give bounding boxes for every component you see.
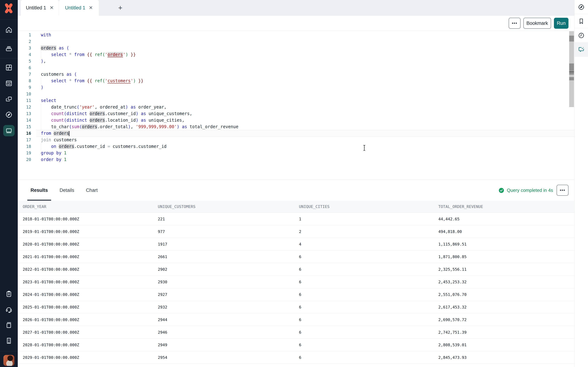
code-line[interactable]: 3orders as ( bbox=[18, 45, 574, 51]
tab-untitled-1-active[interactable]: Untitled 1 ✕ bbox=[21, 0, 59, 16]
query-status: Query completed in 4s bbox=[498, 180, 553, 201]
table-cell: 6 bbox=[299, 343, 438, 347]
code-line[interactable]: 7customers as ( bbox=[18, 71, 574, 78]
table-cell: 2,808,539.01 bbox=[438, 343, 574, 347]
table-cell: 2932 bbox=[158, 305, 299, 309]
table-row: 2018-01-01T00:00:00.000Z221144,442.65 bbox=[18, 213, 574, 225]
table-cell: 1,115,869.51 bbox=[438, 242, 574, 246]
more-options-button[interactable]: ••• bbox=[509, 18, 520, 29]
results-more-button[interactable]: ••• bbox=[557, 185, 569, 196]
tab-results[interactable]: Results bbox=[31, 180, 48, 201]
table-cell: 1,871,800.85 bbox=[438, 255, 574, 259]
sql-editor[interactable]: 1with23orders as (4 select * from {{ ref… bbox=[18, 31, 574, 180]
code-line[interactable]: 8 select * from {{ ref('customers') }} bbox=[18, 78, 574, 84]
code-cell-icon[interactable] bbox=[5, 79, 13, 87]
table-cell: 2927 bbox=[158, 292, 299, 297]
indent-guide bbox=[41, 51, 41, 58]
explore-cell[interactable] bbox=[574, 0, 588, 14]
results-tab-bar: Results Details Chart Query completed in… bbox=[18, 180, 574, 201]
table-cell: 1917 bbox=[158, 242, 299, 246]
code-line[interactable]: 11select bbox=[18, 97, 574, 104]
editor-scrollbar[interactable] bbox=[569, 31, 574, 107]
divider bbox=[0, 19, 18, 20]
code-line[interactable]: 2 bbox=[18, 38, 574, 45]
docs-book-icon[interactable] bbox=[5, 321, 13, 329]
user-avatar[interactable] bbox=[3, 355, 14, 366]
projects-drawer-icon[interactable] bbox=[5, 44, 13, 52]
notebook-terminal-icon bbox=[5, 127, 13, 134]
toolbar: ••• Bookmark Run bbox=[18, 16, 574, 31]
clipboard-icon[interactable] bbox=[5, 290, 13, 298]
table-cell: 2954 bbox=[158, 355, 299, 360]
code-line[interactable]: 16from orders bbox=[18, 130, 574, 137]
tab-details[interactable]: Details bbox=[60, 180, 74, 201]
code-line[interactable]: 1with bbox=[18, 32, 574, 38]
code-lines: 1with23orders as (4 select * from {{ ref… bbox=[18, 31, 574, 163]
code-line[interactable]: 5), bbox=[18, 58, 574, 65]
code-line[interactable]: 18 on orders.customer_id = customers.cus… bbox=[18, 143, 574, 150]
table-row: 2027-01-01T00:00:00.000Z294662,742,751.3… bbox=[18, 326, 574, 339]
divider bbox=[0, 39, 18, 39]
code-line[interactable]: 13 count(distinct orders.customer_id) as… bbox=[18, 110, 574, 117]
home-icon[interactable] bbox=[5, 26, 13, 34]
compass-icon[interactable] bbox=[5, 111, 13, 119]
ai-chat-cell-active[interactable] bbox=[574, 42, 588, 57]
organization-building-icon[interactable] bbox=[5, 337, 13, 345]
code-line[interactable]: 17join customers bbox=[18, 137, 574, 143]
table-cell: 6 bbox=[299, 255, 438, 259]
table-cell: 2949 bbox=[158, 343, 299, 347]
history-cell[interactable] bbox=[574, 28, 588, 42]
table-cell: 6 bbox=[299, 305, 438, 309]
table-row: 2025-01-01T00:00:00.000Z293262,617,453.3… bbox=[18, 301, 574, 313]
code-line[interactable]: 15 to_char(sum(orders.order_total), '999… bbox=[18, 124, 574, 130]
multi-window-icon[interactable] bbox=[5, 95, 13, 103]
table-row: 2023-01-01T00:00:00.000Z293062,453,253.3… bbox=[18, 276, 574, 288]
table-cell: 2018-01-01T00:00:00.000Z bbox=[18, 217, 158, 221]
new-tab-button[interactable]: + bbox=[118, 0, 122, 16]
line-number: 2 bbox=[18, 38, 31, 45]
table-cell: 2027-01-01T00:00:00.000Z bbox=[18, 330, 158, 334]
hex-logo[interactable] bbox=[3, 3, 14, 14]
table-cell: 2 bbox=[299, 229, 438, 234]
line-number: 1 bbox=[18, 32, 31, 38]
code-line[interactable]: 6 bbox=[18, 65, 574, 71]
line-number: 12 bbox=[18, 104, 31, 110]
table-cell: 2021-01-01T00:00:00.000Z bbox=[18, 255, 158, 259]
line-number: 6 bbox=[18, 65, 31, 71]
code-line[interactable]: 19group by 1 bbox=[18, 150, 574, 156]
code-line[interactable]: 9) bbox=[18, 84, 574, 91]
table-cell: 4 bbox=[299, 242, 438, 246]
code-line[interactable]: 4 select * from {{ ref('orders') }} bbox=[18, 51, 574, 58]
bookmark-button[interactable]: Bookmark bbox=[523, 18, 551, 29]
table-cell: 6 bbox=[299, 355, 438, 360]
table-cell: 2028-01-01T00:00:00.000Z bbox=[18, 343, 158, 347]
notebook-terminal-item-active[interactable] bbox=[3, 125, 15, 136]
table-cell: 44,442.65 bbox=[438, 217, 574, 221]
indent-guide bbox=[41, 104, 41, 110]
table-cell: 2025-01-01T00:00:00.000Z bbox=[18, 305, 158, 309]
indent-guide bbox=[41, 117, 41, 124]
code-line[interactable]: 20order by 1 bbox=[18, 156, 574, 163]
indent-guide bbox=[41, 143, 41, 150]
tab-label: Untitled 1 bbox=[26, 5, 46, 11]
table-row: 2026-01-01T00:00:00.000Z294462,690,570.7… bbox=[18, 313, 574, 326]
support-headset-icon[interactable] bbox=[5, 306, 13, 313]
tab-chart[interactable]: Chart bbox=[86, 180, 98, 201]
table-cell: 2,742,751.39 bbox=[438, 330, 574, 334]
code-line[interactable]: 12 date_trunc('year', ordered_at) as ord… bbox=[18, 104, 574, 110]
table-cell: 6 bbox=[299, 330, 438, 334]
bookmarks-cell[interactable] bbox=[574, 14, 588, 28]
table-row: 2024-01-01T00:00:00.000Z292762,551,076.7… bbox=[18, 288, 574, 301]
close-tab-icon[interactable]: ✕ bbox=[89, 5, 93, 11]
run-button[interactable]: Run bbox=[554, 18, 569, 29]
tab-untitled-1-inactive[interactable]: Untitled 1 ✕ bbox=[59, 0, 99, 16]
apps-grid-icon[interactable] bbox=[5, 64, 13, 71]
table-row: 2019-01-01T00:00:00.000Z9772494,818.00 bbox=[18, 225, 574, 238]
close-tab-icon[interactable]: ✕ bbox=[50, 5, 54, 11]
tab-bar: Untitled 1 ✕ Untitled 1 ✕ + bbox=[18, 0, 574, 16]
line-number: 19 bbox=[18, 150, 31, 156]
code-line[interactable]: 10 bbox=[18, 91, 574, 97]
table-row: 2021-01-01T00:00:00.000Z266161,871,800.8… bbox=[18, 250, 574, 263]
ai-chat-sparkles-icon bbox=[578, 46, 585, 53]
code-line[interactable]: 14 count(distinct orders.location_id) as… bbox=[18, 117, 574, 124]
